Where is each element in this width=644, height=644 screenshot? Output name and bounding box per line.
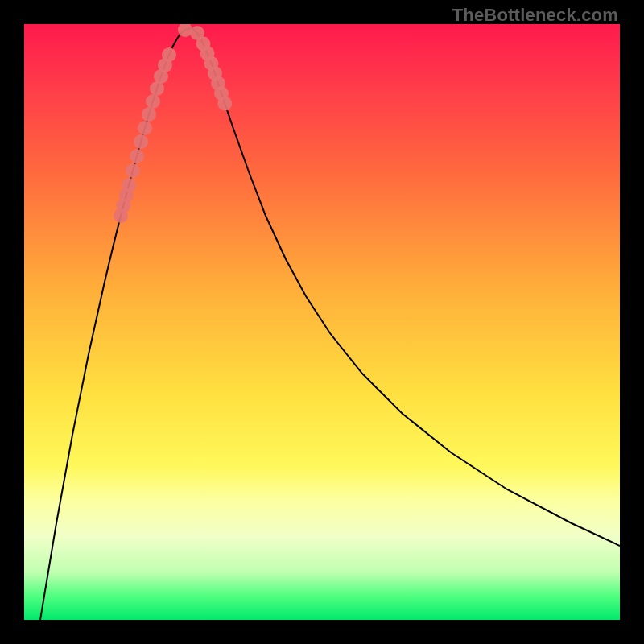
plot-area [24,24,620,620]
bead-marker [146,94,160,109]
bead-marker [126,163,140,178]
bead-marker [130,149,144,163]
bead-marker [138,121,152,135]
bead-marker [122,178,136,192]
bead-marker [162,47,176,62]
bead-marker [142,107,156,122]
bead-markers [114,24,232,223]
v-curve [40,28,620,620]
attribution-text: TheBottleneck.com [452,5,618,26]
chart-svg [24,24,620,620]
bead-marker [134,134,148,149]
bead-marker [217,97,232,111]
